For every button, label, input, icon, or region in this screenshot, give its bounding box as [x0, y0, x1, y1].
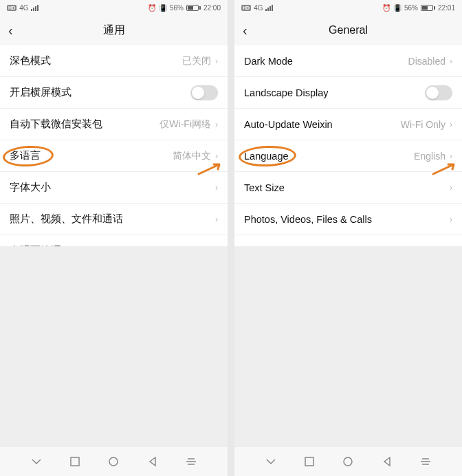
row-label: 发现页管理	[10, 244, 61, 246]
row-media[interactable]: Photos, Videos, Files & Calls ›	[234, 204, 462, 235]
toggle-switch[interactable]	[190, 85, 218, 100]
row-label: Photos, Videos, Files & Calls	[244, 214, 372, 225]
nav-home-icon[interactable]	[108, 456, 119, 467]
battery-pct: 56%	[404, 4, 418, 12]
empty-space	[234, 246, 462, 447]
row-label: Language	[244, 151, 289, 162]
network-label: 4G	[19, 4, 28, 12]
chevron-right-icon: ›	[450, 183, 452, 193]
svg-point-1	[109, 457, 118, 466]
row-textsize[interactable]: 字体大小 ›	[0, 172, 228, 204]
phone-left: HD 4G ⏰ 📳 56% 22:00 ‹ 通用 深色模式 已关闭› 开启横屏模…	[0, 0, 228, 476]
nav-home-icon[interactable]	[342, 456, 353, 467]
chevron-right-icon: ›	[215, 246, 218, 247]
nav-back-icon[interactable]	[382, 457, 392, 466]
row-darkmode[interactable]: Dark Mode Disabled›	[234, 45, 462, 77]
back-button[interactable]: ‹	[243, 23, 248, 37]
svg-rect-2	[305, 457, 314, 466]
row-discover[interactable]: 发现页管理 ›	[0, 235, 228, 246]
chevron-right-icon: ›	[450, 151, 452, 161]
battery-pct: 56%	[170, 4, 184, 12]
status-bar: HD 4G ⏰ 📳 56% 22:00	[0, 0, 228, 15]
chevron-right-icon: ›	[215, 56, 218, 66]
row-language[interactable]: 多语言 简体中文›	[0, 140, 228, 172]
row-discover[interactable]: Manage Discover ›	[234, 235, 462, 246]
hd-badge-icon: HD	[7, 5, 16, 11]
row-label: Landscape Display	[244, 87, 329, 98]
row-value: Disabled	[408, 56, 446, 67]
clock-time: 22:00	[204, 4, 221, 12]
header: ‹ General	[234, 15, 462, 45]
row-label: 字体大小	[10, 181, 51, 194]
row-label: Manage Discover	[244, 246, 322, 247]
nav-menu-icon[interactable]	[420, 457, 431, 466]
row-label: 自动下载微信安装包	[10, 118, 102, 131]
nav-bar	[0, 447, 228, 476]
svg-point-3	[344, 457, 352, 466]
nav-back-icon[interactable]	[148, 457, 157, 466]
row-label: Auto-Update Weixin	[244, 119, 333, 130]
row-value: 已关闭	[182, 55, 211, 67]
row-language[interactable]: Language English›	[234, 140, 462, 172]
status-bar: HD 4G ⏰ 📳 56% 22:01	[234, 0, 462, 15]
row-media[interactable]: 照片、视频、文件和通话 ›	[0, 204, 228, 235]
header: ‹ 通用	[0, 15, 228, 45]
row-value: 仅Wi-Fi网络	[160, 118, 211, 131]
vibrate-icon: 📳	[159, 4, 167, 12]
battery-icon	[186, 5, 201, 11]
row-label: 开启横屏模式	[10, 86, 72, 99]
signal-icon	[31, 4, 38, 11]
row-value: English	[414, 151, 446, 162]
chevron-right-icon: ›	[215, 215, 218, 224]
row-landscape[interactable]: Landscape Display	[234, 77, 462, 109]
settings-list: Dark Mode Disabled› Landscape Display Au…	[234, 45, 462, 246]
settings-list: 深色模式 已关闭› 开启横屏模式 自动下载微信安装包 仅Wi-Fi网络› 多语言…	[0, 45, 228, 246]
nav-dropdown-icon[interactable]	[265, 456, 276, 467]
row-autoupdate[interactable]: 自动下载微信安装包 仅Wi-Fi网络›	[0, 109, 228, 140]
battery-icon	[421, 5, 435, 11]
row-autoupdate[interactable]: Auto-Update Weixin Wi-Fi Only›	[234, 109, 462, 140]
alarm-icon: ⏰	[148, 4, 156, 12]
row-value: Wi-Fi Only	[401, 119, 446, 130]
chevron-right-icon: ›	[450, 56, 452, 66]
hd-badge-icon: HD	[241, 5, 251, 11]
empty-space	[0, 246, 228, 447]
page-title: General	[329, 24, 368, 36]
nav-recent-icon[interactable]	[305, 457, 314, 466]
chevron-right-icon: ›	[215, 120, 218, 129]
chevron-right-icon: ›	[450, 120, 452, 129]
row-label: 多语言	[10, 149, 41, 162]
phone-right: HD 4G ⏰ 📳 56% 22:01 ‹ General Dark Mode …	[234, 0, 462, 476]
row-landscape[interactable]: 开启横屏模式	[0, 77, 228, 109]
row-label: 深色模式	[10, 54, 51, 67]
signal-icon	[265, 4, 273, 11]
row-darkmode[interactable]: 深色模式 已关闭›	[0, 45, 228, 77]
vibrate-icon: 📳	[393, 4, 402, 12]
row-value: 简体中文	[173, 150, 211, 162]
row-label: 照片、视频、文件和通话	[10, 213, 123, 226]
network-label: 4G	[254, 4, 263, 12]
clock-time: 22:01	[438, 4, 455, 12]
chevron-right-icon: ›	[450, 215, 452, 224]
svg-rect-0	[71, 457, 79, 466]
toggle-switch[interactable]	[425, 85, 452, 100]
row-label: Dark Mode	[244, 56, 293, 67]
chevron-right-icon: ›	[215, 183, 218, 193]
nav-recent-icon[interactable]	[70, 457, 80, 466]
alarm-icon: ⏰	[382, 4, 390, 12]
nav-dropdown-icon[interactable]	[31, 456, 42, 467]
chevron-right-icon: ›	[215, 151, 218, 161]
chevron-right-icon: ›	[450, 246, 452, 247]
page-title: 通用	[103, 23, 125, 38]
nav-bar	[234, 447, 462, 476]
row-textsize[interactable]: Text Size ›	[234, 172, 462, 204]
nav-menu-icon[interactable]	[186, 457, 197, 466]
back-button[interactable]: ‹	[8, 23, 13, 37]
row-label: Text Size	[244, 182, 285, 193]
